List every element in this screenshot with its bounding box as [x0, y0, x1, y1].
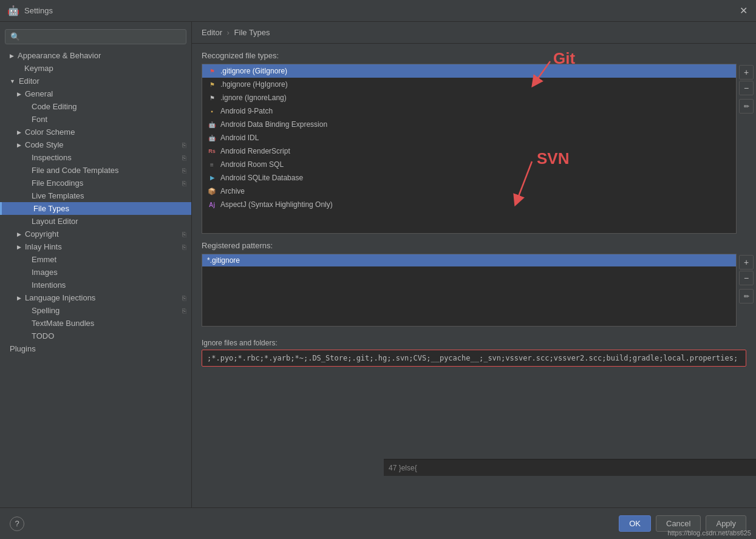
list-item-label: Archive [220, 187, 245, 195]
list-item[interactable]: 🤖 Android IDL [202, 131, 736, 144]
patterns-list[interactable]: *.gitignore [202, 254, 737, 327]
sidebar-item-live-templates[interactable]: Live Templates [0, 189, 191, 202]
add-file-type-button[interactable]: + [739, 65, 754, 80]
sidebar-item-label: File Types [33, 204, 69, 213]
arrow-icon: ▶ [17, 129, 21, 135]
copy-icon: ⎘ [182, 307, 186, 314]
list-item[interactable]: 🤖 Android Data Binding Expression [202, 118, 736, 131]
code-footer: 47 }else{ [384, 459, 756, 476]
arrow-icon: ▶ [17, 231, 21, 237]
list-item[interactable]: ⚑ .hgignore (HgIgnore) [202, 78, 736, 91]
sidebar-item-label: TODO [32, 331, 54, 341]
sidebar-item-editor[interactable]: ▼ Editor [0, 75, 191, 87]
content-area: Recognized file types: ⚑ .gitignore (Git… [192, 44, 756, 507]
sidebar-item-spelling[interactable]: Spelling ⎘ [0, 304, 191, 317]
sidebar-item-images[interactable]: Images [0, 266, 191, 279]
sidebar-item-label: Inlay Hints [25, 242, 62, 251]
arrow-icon: ▼ [10, 78, 15, 84]
breadcrumb: Editor › File Types [192, 22, 756, 44]
list-item[interactable]: ▶ Android SQLite Database [202, 171, 736, 185]
sidebar-item-label: Editor [19, 76, 39, 86]
arrow-icon: ▶ [17, 295, 21, 301]
sidebar-item-language-injections[interactable]: ▶ Language Injections ⎘ [0, 291, 191, 304]
list-item-label: .ignore (IgnoreLang) [220, 93, 287, 102]
sidebar-item-label: General [25, 89, 53, 98]
sidebar-item-label: Keymap [24, 64, 53, 73]
sidebar-item-file-code-templates[interactable]: File and Code Templates ⎘ [0, 164, 191, 177]
copy-icon: ⎘ [182, 154, 186, 161]
help-button[interactable]: ? [10, 517, 24, 531]
list-item-label: Android RenderScript [220, 147, 290, 155]
list-item-label: .hgignore (HgIgnore) [220, 80, 288, 89]
ignore-section: Ignore files and folders: [202, 339, 746, 367]
list-item-label: Android 9-Patch [220, 107, 273, 115]
sidebar-item-font[interactable]: Font [0, 113, 191, 126]
sidebar-item-textmate-bundles[interactable]: TextMate Bundles [0, 317, 191, 330]
edit-file-type-button[interactable]: ✏ [739, 99, 754, 114]
remove-pattern-button[interactable]: − [739, 271, 754, 285]
list-item[interactable]: 📦 Archive [202, 185, 736, 198]
arrow-icon: ▶ [17, 91, 21, 97]
sidebar-item-label: Emmet [32, 255, 56, 264]
close-button[interactable]: ✕ [738, 5, 749, 16]
list-item-label: Android Room SQL [220, 160, 284, 169]
edit-pattern-button[interactable]: ✏ [739, 289, 754, 303]
git-icon: ⚑ [207, 66, 217, 76]
sidebar-item-keymap[interactable]: Keymap [0, 62, 191, 75]
sidebar-item-appearance[interactable]: ▶ Appearance & Behavior [0, 49, 191, 62]
search-input[interactable] [5, 29, 186, 44]
copy-icon: ⎘ [182, 243, 186, 251]
file-types-list[interactable]: ⚑ .gitignore (GitIgnore) ⚑ .hgignore (Hg… [202, 64, 737, 234]
sidebar-item-label: File Encodings [32, 178, 83, 188]
registered-patterns-section: *.gitignore + − ✏ [202, 254, 756, 327]
copy-icon: ⎘ [182, 141, 186, 149]
aspectj-icon: Aj [207, 200, 217, 209]
apply-button[interactable]: Apply [706, 515, 746, 532]
list-item[interactable]: ⚑ .gitignore (GitIgnore) [202, 64, 736, 78]
archive-icon: 📦 [207, 186, 217, 196]
list-item[interactable]: ≡ Android Room SQL [202, 158, 736, 171]
bottom-bar: ? OK Cancel Apply [0, 507, 756, 539]
rs-icon: Rs [207, 146, 217, 156]
sidebar-item-code-style[interactable]: ▶ Code Style ⎘ [0, 138, 191, 151]
sidebar-item-emmet[interactable]: Emmet [0, 253, 191, 266]
list-item[interactable]: Rs Android RenderScript [202, 144, 736, 158]
android-icon: 🤖 [207, 133, 217, 143]
list-item[interactable]: ▪ Android 9-Patch [202, 104, 736, 118]
pattern-value: *.gitignore [207, 256, 240, 265]
sidebar: ▶ Appearance & Behavior Keymap ▼ Editor … [0, 22, 192, 507]
sidebar-item-copyright[interactable]: ▶ Copyright ⎘ [0, 228, 191, 240]
sidebar-item-label: Images [32, 268, 58, 277]
sidebar-item-label: Code Editing [32, 102, 77, 111]
sidebar-item-label: Inspections [32, 153, 72, 162]
copy-icon: ⎘ [182, 180, 186, 187]
ignore-icon: ⚑ [207, 93, 217, 103]
sidebar-item-label: Font [32, 115, 47, 124]
sidebar-item-todo[interactable]: TODO [0, 330, 191, 342]
sidebar-item-code-editing[interactable]: Code Editing [0, 100, 191, 113]
list-item[interactable]: Aj AspectJ (Syntax Highlighting Only) [202, 198, 736, 211]
recognized-label: Recognized file types: [202, 51, 756, 60]
sidebar-item-label: Layout Editor [32, 217, 78, 226]
sidebar-item-general[interactable]: ▶ General [0, 87, 191, 100]
list-item[interactable]: ⚑ .ignore (IgnoreLang) [202, 91, 736, 104]
sidebar-item-layout-editor[interactable]: Layout Editor [0, 215, 191, 228]
ok-button[interactable]: OK [619, 515, 651, 532]
sql-icon: ≡ [207, 160, 217, 169]
sidebar-item-file-types[interactable]: File Types [0, 202, 191, 215]
sidebar-item-file-encodings[interactable]: File Encodings ⎘ [0, 177, 191, 189]
sidebar-item-inlay-hints[interactable]: ▶ Inlay Hints ⎘ [0, 240, 191, 253]
add-pattern-button[interactable]: + [739, 255, 754, 270]
cancel-button[interactable]: Cancel [656, 515, 701, 532]
ignore-label: Ignore files and folders: [202, 339, 746, 347]
remove-file-type-button[interactable]: − [739, 81, 754, 95]
sidebar-item-intentions[interactable]: Intentions [0, 279, 191, 291]
folder-icon: ▪ [207, 106, 217, 116]
sidebar-item-plugins[interactable]: Plugins [0, 342, 191, 355]
file-types-buttons: + − ✏ [737, 64, 756, 234]
sidebar-item-color-scheme[interactable]: ▶ Color Scheme [0, 126, 191, 138]
sidebar-item-inspections[interactable]: Inspections ⎘ [0, 151, 191, 164]
list-item-label: Android IDL [220, 134, 259, 142]
ignore-input[interactable] [202, 350, 746, 367]
pattern-item[interactable]: *.gitignore [202, 254, 736, 266]
